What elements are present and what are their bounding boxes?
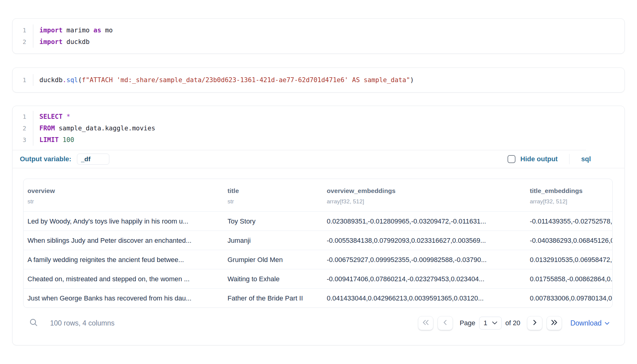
code-line[interactable]: 1 import marimo as mo: [13, 24, 624, 36]
code-token: [63, 113, 67, 120]
cell-overview-embeddings: -0.0055384138,0.07992093,0.023316627,0.0…: [323, 231, 526, 250]
page-total-label: of 20: [505, 319, 520, 327]
code-content[interactable]: import marimo as mo: [33, 24, 113, 36]
column-name[interactable]: title: [228, 186, 323, 195]
code-content[interactable]: SELECT *: [33, 111, 70, 122]
next-page-button[interactable]: [527, 316, 542, 330]
code-token: duckdb: [39, 76, 63, 84]
cell-overview-embeddings: 0.041433044,0.042966213,0.0039591365,0.0…: [323, 288, 526, 308]
table-row[interactable]: Just when George Banks has recovered fro…: [24, 288, 612, 308]
code-content[interactable]: duckdb.sql(f"ATTACH 'md:_share/sample_da…: [33, 74, 414, 86]
cell-title: Father of the Bride Part II: [224, 288, 323, 308]
code-line[interactable]: 1 duckdb.sql(f"ATTACH 'md:_share/sample_…: [13, 74, 624, 86]
cell-title-embeddings: 0.007833006,0.09780134,0.0440215: [526, 288, 613, 308]
cell-title-embeddings: 0.0132910535,0.06958472,0.0221054: [526, 250, 613, 269]
divider: [569, 154, 570, 164]
table-header-row: overview str title str overview_embeddin…: [24, 179, 612, 211]
page-select[interactable]: 1: [479, 317, 502, 329]
download-button[interactable]: Download: [570, 319, 610, 327]
output-variable-input[interactable]: [77, 154, 109, 165]
row-count-summary: 100 rows, 4 columns: [50, 319, 115, 327]
code-cell-attach[interactable]: 1 duckdb.sql(f"ATTACH 'md:_share/sample_…: [12, 67, 625, 93]
code-token: import: [39, 38, 63, 46]
column-name[interactable]: overview_embeddings: [327, 186, 526, 195]
cell-overview: Just when George Banks has recovered fro…: [24, 288, 224, 308]
line-number: 1: [13, 74, 33, 86]
cell-overview: Led by Woody, Andy's toys live happily i…: [24, 211, 224, 231]
code-content[interactable]: FROM sample_data.kaggle.movies: [33, 122, 155, 134]
first-page-button[interactable]: [418, 316, 433, 330]
code-token: .: [63, 76, 67, 84]
search-button[interactable]: [29, 318, 38, 328]
chevron-right-icon: [531, 319, 538, 327]
column-header-overview[interactable]: overview str: [24, 186, 224, 205]
column-header-title-embeddings[interactable]: title_embeddings array[f32, 512]: [526, 186, 613, 205]
code-token: 100: [63, 136, 74, 144]
code-token: sql: [67, 76, 78, 84]
code-content[interactable]: import duckdb: [33, 36, 89, 48]
table-row[interactable]: A family wedding reignites the ancient f…: [24, 250, 612, 269]
last-page-button[interactable]: [547, 316, 562, 330]
cell-overview: Cheated on, mistreated and stepped on, t…: [24, 269, 224, 288]
download-label: Download: [570, 319, 602, 327]
code-cell-imports[interactable]: 1 import marimo as mo 2 import duckdb: [12, 18, 625, 54]
cell-overview: A family wedding reignites the ancient f…: [24, 250, 224, 269]
column-type: array[f32, 512]: [530, 198, 613, 205]
code-token: marimo: [63, 27, 93, 34]
cell-output-area: overview str title str overview_embeddin…: [13, 168, 624, 345]
cell-overview: When siblings Judy and Peter discover an…: [24, 231, 224, 250]
cell-overview-embeddings: -0.009417406,0.07860214,-0.023279453,0.0…: [323, 269, 526, 288]
cell-overview-embeddings: -0.006752927,0.099952355,-0.009982588,-0…: [323, 250, 526, 269]
prev-page-button[interactable]: [438, 316, 453, 330]
hide-output-label[interactable]: Hide output: [520, 155, 558, 163]
code-line[interactable]: 2 FROM sample_data.kaggle.movies: [13, 122, 624, 134]
cell-title-embeddings: 0.01755858,-0.00862864,0.0314520: [526, 269, 613, 288]
chevrons-left-icon: [422, 319, 430, 327]
hide-output-checkbox[interactable]: [508, 155, 515, 163]
column-name[interactable]: title_embeddings: [530, 186, 613, 195]
sql-cell: 1 SELECT * 2 FROM sample_data.kaggle.mov…: [12, 106, 625, 345]
chevron-down-icon: [604, 319, 610, 327]
table-row[interactable]: When siblings Judy and Peter discover an…: [24, 231, 612, 250]
cell-overview-embeddings: 0.023089351,-0.012809965,-0.03209472,-0.…: [323, 211, 526, 231]
dataframe-table: overview str title str overview_embeddin…: [23, 179, 613, 308]
code-token: mo: [101, 27, 113, 34]
code-token: as: [93, 27, 101, 34]
code-token: import: [39, 27, 63, 34]
code-token: FROM: [39, 125, 55, 132]
cell-meta-row: Output variable: Hide output sql: [13, 150, 624, 168]
line-number: 1: [13, 111, 33, 122]
line-number: 1: [13, 24, 33, 36]
column-type: array[f32, 512]: [327, 198, 526, 205]
code-token: f"ATTACH 'md:_share/sample_data/23b0d623…: [82, 76, 410, 84]
code-line[interactable]: 3 LIMIT 100: [13, 134, 624, 146]
column-type: str: [228, 198, 323, 205]
code-line[interactable]: 2 import duckdb: [13, 36, 624, 48]
chevrons-right-icon: [550, 319, 558, 327]
code-token: sample_data.kaggle.movies: [55, 125, 155, 132]
table-footer: 100 rows, 4 columns Page 1 of 20 Downloa…: [23, 308, 624, 338]
language-badge[interactable]: sql: [581, 155, 591, 163]
cell-title: Waiting to Exhale: [224, 269, 323, 288]
code-content[interactable]: LIMIT 100: [33, 134, 74, 146]
code-token: ): [410, 76, 414, 84]
chevron-down-icon: [492, 319, 498, 327]
table-row[interactable]: Led by Woody, Andy's toys live happily i…: [24, 211, 612, 231]
column-header-title[interactable]: title str: [224, 186, 323, 205]
chevron-left-icon: [442, 319, 449, 327]
cell-title-embeddings: -0.040386293,0.06845126,0.0132875: [526, 231, 613, 250]
code-line[interactable]: 1 SELECT *: [13, 111, 624, 122]
pagination: Page 1 of 20 Download: [418, 316, 610, 330]
code-token: LIMIT: [39, 136, 59, 144]
column-type: str: [27, 198, 224, 205]
line-number: 3: [13, 134, 33, 146]
column-header-overview-embeddings[interactable]: overview_embeddings array[f32, 512]: [323, 186, 526, 205]
cell-title: Jumanji: [224, 231, 323, 250]
output-variable-label: Output variable:: [20, 155, 71, 163]
table-row[interactable]: Cheated on, mistreated and stepped on, t…: [24, 269, 612, 288]
code-token: SELECT: [39, 113, 63, 120]
column-name[interactable]: overview: [27, 186, 224, 195]
cell-title: Grumpier Old Men: [224, 250, 323, 269]
code-token: duckdb: [63, 38, 90, 46]
line-number: 2: [13, 122, 33, 134]
